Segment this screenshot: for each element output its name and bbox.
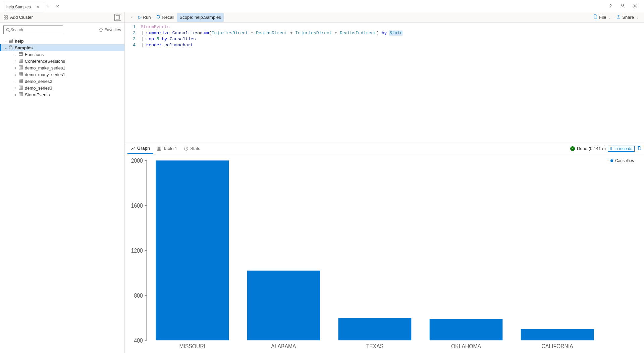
svg-text:CALIFORNIA: CALIFORNIA (541, 343, 573, 350)
table-icon (18, 85, 23, 91)
settings-icon[interactable] (630, 1, 639, 11)
tree-item-demo_make_series1[interactable]: ›demo_make_series1 (0, 64, 124, 71)
tab-graph[interactable]: Graph (127, 143, 153, 154)
connection-tree: ⌄ help ⌄ Samples ›Functions›ConferenceSe… (0, 37, 124, 353)
new-tab-button[interactable]: ＋ (43, 1, 53, 11)
tree-item-demo_many_series1[interactable]: ›demo_many_series1 (0, 71, 124, 78)
results-tabs: Graph Table 1 Stats ✓ Done (0.141 s) 5 r… (125, 143, 644, 154)
svg-rect-46 (157, 147, 161, 150)
chevron-right-icon: › (13, 53, 18, 56)
query-toolbar: « ▷ Run Recall Scope: help.Samples File (125, 12, 644, 23)
chart-icon (131, 146, 136, 151)
svg-text:2000: 2000 (131, 157, 143, 164)
search-input-wrapper[interactable] (3, 26, 63, 34)
recall-icon (156, 14, 161, 20)
query-editor[interactable]: 1 2 3 4 StormEvents| summarize Causaltie… (125, 23, 644, 143)
bar-texas[interactable] (338, 318, 412, 340)
table-icon (18, 65, 23, 71)
tree-cluster-help[interactable]: ⌄ help (0, 38, 124, 44)
share-menu[interactable]: Share ⌄ (613, 13, 641, 22)
search-icon (6, 28, 10, 32)
tab-help-samples[interactable]: help.Samples × (3, 2, 43, 12)
tree-item-conferencesessions[interactable]: ›ConferenceSessions (0, 58, 124, 64)
code-area[interactable]: StormEvents| summarize Causalties=sum(In… (138, 23, 402, 143)
legend-marker-icon (610, 159, 613, 162)
tree-item-functions[interactable]: ›Functions (0, 51, 124, 58)
svg-rect-11 (9, 40, 13, 41)
recall-button[interactable]: Recall (153, 13, 177, 22)
svg-point-0 (622, 4, 624, 6)
help-icon[interactable]: ? (606, 1, 615, 11)
sidebar: Add Cluster Favorites ⌄ (0, 12, 125, 353)
tree-item-label: demo_make_series1 (25, 65, 65, 70)
star-icon (99, 28, 103, 32)
svg-rect-14 (19, 52, 23, 55)
recall-label: Recall (162, 15, 174, 20)
cluster-node-icon (8, 38, 13, 44)
svg-rect-12 (9, 41, 13, 42)
tab-table-label: Table 1 (163, 146, 177, 151)
chevron-right-icon: › (13, 59, 18, 63)
bar-california[interactable] (521, 329, 594, 340)
copy-icon[interactable] (637, 146, 641, 151)
bar-alabama[interactable] (247, 271, 320, 341)
file-label: File (599, 15, 606, 20)
records-count[interactable]: 5 records (608, 146, 635, 152)
svg-text:800: 800 (134, 292, 143, 299)
tree-item-label: demo_series2 (25, 79, 52, 84)
status-text: Done (0.141 s) (577, 146, 606, 151)
tree-item-label: Functions (25, 52, 44, 57)
play-icon: ▷ (138, 15, 142, 20)
file-menu[interactable]: File ⌄ (590, 13, 613, 22)
svg-text:1200: 1200 (131, 247, 143, 254)
tabs-dropdown-icon[interactable] (53, 1, 62, 11)
table-icon (18, 92, 23, 98)
svg-point-1 (634, 5, 635, 6)
legend-label: Causalties (615, 158, 634, 163)
chevron-down-icon: ⌄ (3, 46, 8, 50)
feedback-icon[interactable] (618, 1, 627, 11)
svg-rect-6 (116, 15, 120, 19)
svg-text:OKLAHOMA: OKLAHOMA (451, 343, 481, 350)
svg-rect-41 (19, 92, 23, 96)
tree-cluster-label: help (15, 39, 24, 44)
svg-point-8 (6, 28, 9, 31)
tree-database-samples[interactable]: ⌄ Samples (0, 44, 124, 51)
svg-rect-56 (638, 147, 641, 150)
scope-selector[interactable]: Scope: help.Samples (177, 13, 224, 22)
tree-item-demo_series2[interactable]: ›demo_series2 (0, 78, 124, 85)
chevron-right-icon: › (13, 86, 18, 90)
svg-rect-10 (9, 39, 13, 40)
svg-text:1600: 1600 (131, 202, 143, 209)
panel-toggle-icon[interactable] (114, 14, 121, 21)
favorites-label: Favorites (105, 28, 121, 32)
bar-oklahoma[interactable] (430, 319, 503, 341)
chevron-right-icon: › (13, 93, 18, 97)
table-icon (18, 58, 23, 64)
success-icon: ✓ (570, 146, 575, 151)
run-button[interactable]: ▷ Run (136, 13, 154, 22)
line-gutter: 1 2 3 4 (125, 23, 138, 143)
search-input[interactable] (10, 28, 61, 32)
table-icon (18, 72, 23, 78)
bar-missouri[interactable] (156, 160, 229, 340)
svg-text:400: 400 (134, 337, 143, 344)
collapse-left-button[interactable]: « (127, 13, 136, 22)
svg-rect-3 (6, 15, 7, 17)
chevron-down-icon: ⌄ (3, 39, 8, 43)
tab-stats[interactable]: Stats (180, 143, 204, 154)
legend-item[interactable]: Causalties (610, 158, 639, 163)
tab-bar: help.Samples × ＋ ? (0, 0, 644, 12)
svg-rect-16 (19, 59, 23, 62)
svg-rect-36 (19, 86, 23, 89)
tree-item-label: demo_many_series1 (25, 72, 65, 77)
add-cluster-button[interactable]: Add Cluster (3, 15, 33, 20)
favorites-button[interactable]: Favorites (99, 28, 121, 32)
tab-table[interactable]: Table 1 (153, 143, 180, 154)
tree-item-demo_series3[interactable]: ›demo_series3 (0, 85, 124, 91)
close-tab-icon[interactable]: × (37, 4, 40, 10)
database-icon (8, 45, 13, 51)
tree-item-stormevents[interactable]: ›StormEvents (0, 91, 124, 98)
svg-rect-2 (4, 15, 5, 17)
tree-item-label: StormEvents (25, 92, 50, 97)
